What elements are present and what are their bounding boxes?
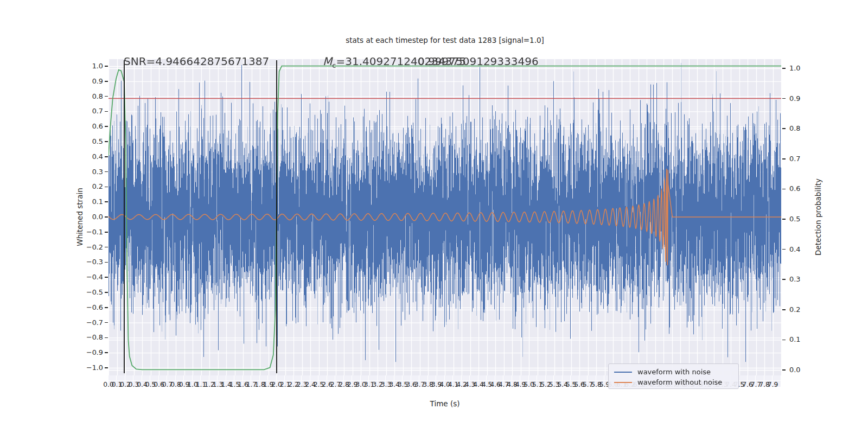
y-tick-label-left: 0.8: [65, 92, 103, 101]
y-tick-mark-left: [105, 201, 108, 202]
y-axis-label-left: Whitened strain: [75, 188, 84, 246]
y-tick-label-left: 0.1: [65, 197, 103, 207]
y-tick-mark-left: [105, 187, 108, 188]
y-tick-mark-right: [782, 249, 786, 250]
y-tick-mark-left: [105, 141, 108, 142]
y-tick-mark-right: [782, 189, 786, 190]
y-tick-label-right: 0.2: [789, 305, 827, 315]
y-tick-label-left: −0.9: [65, 348, 103, 358]
legend-line-orange-icon: [614, 382, 632, 383]
y-tick-label-left: −0.1: [65, 227, 103, 237]
y-tick-label-left: 1.0: [65, 61, 103, 71]
y-tick-mark-left: [105, 81, 108, 82]
y-tick-label-right: 1.0: [789, 63, 827, 73]
y-tick-mark-left: [105, 352, 108, 353]
y-tick-mark-left: [105, 96, 108, 97]
annotation-snr: SNR=4.946642875671387: [124, 55, 269, 68]
y-tick-label-left: 0.9: [65, 76, 103, 86]
legend: waveform with noise waveform without noi…: [608, 363, 739, 389]
y-tick-mark-right: [782, 68, 786, 69]
y-tick-label-left: −0.7: [65, 318, 103, 328]
y-tick-mark-left: [105, 292, 108, 293]
annotation-probability: 0.9997509129333496: [418, 55, 539, 68]
y-tick-mark-left: [105, 307, 108, 308]
y-tick-label-right: 0.7: [789, 154, 827, 164]
y-tick-mark-left: [105, 247, 108, 248]
y-tick-label-left: −0.8: [65, 333, 103, 342]
y-tick-label-left: −0.5: [65, 288, 103, 297]
y-tick-label-right: 0.3: [789, 275, 827, 284]
y-tick-mark-right: [782, 369, 786, 371]
y-tick-label-left: −0.2: [65, 242, 103, 252]
legend-line-blue-icon: [614, 372, 632, 373]
y-tick-mark-left: [105, 126, 108, 127]
y-tick-mark-left: [105, 156, 108, 157]
y-tick-mark-right: [782, 158, 786, 159]
plot-title: stats at each timestep for test data 128…: [108, 36, 781, 44]
y-tick-label-left: −1.0: [65, 363, 103, 373]
y-tick-mark-right: [782, 279, 786, 280]
y-tick-mark-right: [782, 98, 786, 99]
y-tick-label-left: 0.7: [65, 106, 103, 116]
y-tick-label-right: 0.0: [789, 365, 827, 375]
legend-item-without-noise: waveform without noise: [614, 377, 734, 387]
y-tick-mark-right: [782, 309, 786, 310]
y-tick-mark-left: [105, 171, 108, 173]
y-tick-label-left: −0.4: [65, 272, 103, 282]
y-tick-label-left: −0.6: [65, 303, 103, 312]
y-tick-label-left: 0.4: [65, 152, 103, 162]
y-tick-label-right: 0.1: [789, 335, 827, 344]
legend-item-with-noise: waveform with noise: [614, 367, 734, 377]
legend-label-with-noise: waveform with noise: [637, 367, 711, 377]
y-tick-label-left: 0.0: [65, 212, 103, 222]
y-tick-mark-left: [105, 111, 108, 112]
figure: stats at each timestep for test data 128…: [0, 0, 868, 434]
plot-area: [108, 59, 781, 375]
y-tick-mark-left: [105, 216, 108, 218]
y-tick-mark-right: [782, 128, 786, 129]
annotation-mc-symbol: M: [323, 55, 332, 68]
y-tick-label-left: 0.3: [65, 167, 103, 177]
y-tick-label-left: 0.6: [65, 122, 103, 131]
y-axis-label-right: Detection probability: [814, 178, 822, 256]
y-tick-mark-left: [105, 322, 108, 323]
y-tick-mark-left: [105, 232, 108, 233]
y-tick-mark-left: [105, 367, 108, 368]
y-tick-mark-left: [105, 337, 108, 339]
y-tick-mark-left: [105, 277, 108, 278]
y-tick-mark-right: [782, 340, 786, 341]
y-tick-mark-left: [105, 66, 108, 67]
legend-label-without-noise: waveform without noise: [637, 377, 722, 387]
y-tick-label-right: 0.9: [789, 94, 827, 104]
y-tick-label-left: 0.2: [65, 182, 103, 192]
x-tick-label: 7.9: [768, 381, 778, 388]
y-tick-label-right: 0.8: [789, 124, 827, 133]
y-tick-label-left: −0.3: [65, 257, 103, 267]
y-tick-mark-left: [105, 262, 108, 263]
y-tick-mark-right: [782, 219, 786, 220]
y-tick-label-left: 0.5: [65, 137, 103, 146]
x-axis-label: Time (s): [108, 399, 781, 408]
